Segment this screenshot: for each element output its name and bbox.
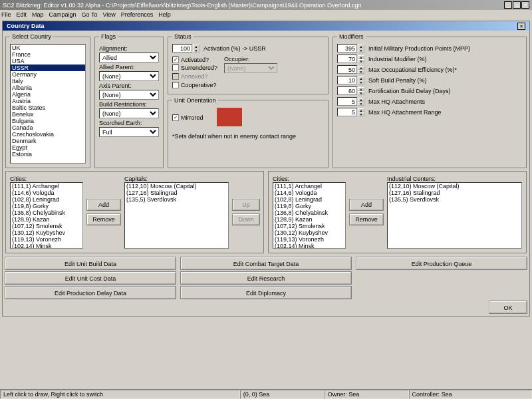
edit-diplomacy-button[interactable]: Edit Diplomacy [181, 287, 351, 299]
spin-down-icon[interactable]: ▼ [193, 49, 200, 53]
edit-unit-build-data-button[interactable]: Edit Unit Build Data [5, 257, 176, 269]
edit-production-delay-data-button[interactable]: Edit Production Delay Data [5, 287, 176, 299]
list-item[interactable]: (127,16) Stalingrad [388, 190, 521, 196]
list-item[interactable]: Denmark [11, 138, 85, 144]
menu-edit[interactable]: Edit [17, 11, 27, 18]
allied-parent-select[interactable]: (None) [99, 71, 159, 81]
list-item[interactable]: Albania [11, 84, 85, 91]
menu-campaign[interactable]: Campaign [49, 11, 76, 18]
list-item[interactable]: (128,9) Kazan [11, 216, 82, 223]
add-capital-button[interactable]: Add [87, 200, 120, 210]
add-industrial-button[interactable]: Add [350, 200, 383, 210]
occupier-select: (None) [224, 63, 277, 73]
list-item[interactable]: (136,8) Chelyabinsk [11, 209, 82, 216]
cities2-listbox[interactable]: (111,1) Archangel(114,6) Vologda(102,8) … [273, 182, 346, 249]
hq-label: Max HQ Attachments [368, 98, 425, 105]
list-item[interactable]: (130,12) Kuybyshev [11, 229, 82, 236]
list-item[interactable]: Bulgaria [11, 118, 85, 124]
list-item[interactable]: France [11, 51, 85, 58]
list-item[interactable]: (119,13) Voronezh [273, 236, 345, 243]
list-item[interactable]: (127,16) Stalingrad [125, 190, 228, 196]
edit-research-button[interactable]: Edit Research [181, 272, 351, 284]
list-item[interactable]: (119,13) Voronezh [11, 236, 82, 243]
list-item[interactable]: Canada [11, 124, 85, 131]
close-icon[interactable]: × [521, 1, 529, 9]
remove-industrial-button[interactable]: Remove [350, 214, 383, 225]
occ-input[interactable] [337, 65, 357, 74]
list-item[interactable]: (111,1) Archangel [11, 183, 82, 190]
list-item[interactable]: (107,12) Smolensk [11, 223, 82, 229]
list-item[interactable]: USSR [11, 65, 85, 71]
mpp-input[interactable] [337, 44, 357, 53]
menu-view[interactable]: View [102, 11, 115, 18]
list-item[interactable]: Baltic States [11, 104, 85, 111]
list-item[interactable]: (114,6) Vologda [273, 190, 345, 196]
list-item[interactable]: Estonia [11, 151, 85, 158]
surrendered-checkbox[interactable] [172, 65, 179, 71]
mirrored-checkbox[interactable]: ✓ [172, 114, 179, 121]
list-item[interactable]: (114,6) Vologda [11, 190, 82, 196]
axis-parent-select[interactable]: (None) [99, 90, 159, 100]
ok-button[interactable]: OK [489, 301, 527, 313]
menu-goto[interactable]: Go To [82, 11, 98, 18]
soft-input[interactable] [337, 76, 357, 84]
list-item[interactable]: (119,8) Gorky [11, 203, 82, 209]
build-restrictions-label: Build Restrictions: [99, 101, 159, 108]
industrial-listbox[interactable]: (112,10) Moscow (Capital)(127,16) Stalin… [387, 182, 522, 249]
hqr-input[interactable] [337, 108, 357, 116]
hq-input[interactable] [337, 97, 357, 106]
list-item[interactable]: USA [11, 58, 85, 65]
list-item[interactable]: (119,8) Gorky [273, 203, 345, 209]
edit-unit-cost-data-button[interactable]: Edit Unit Cost Data [5, 272, 176, 284]
list-item[interactable]: Italy [11, 78, 85, 84]
country-listbox[interactable]: UKFranceUSAUSSRGermanyItalyAlbaniaAlgeri… [10, 44, 86, 164]
maximize-icon[interactable]: ▭ [513, 1, 521, 9]
list-item[interactable]: (111,1) Archangel [273, 183, 345, 190]
edit-combat-target-data-button[interactable]: Edit Combat Target Data [181, 257, 351, 269]
list-item[interactable]: (130,12) Kuybyshev [273, 229, 345, 236]
alignment-select[interactable]: Allied [99, 53, 159, 63]
menu-file[interactable]: File [1, 11, 11, 18]
scorched-earth-select[interactable]: Full [99, 127, 159, 137]
orientation-note: *Sets default when not in enemy contact … [172, 133, 324, 140]
edit-production-queue-button[interactable]: Edit Production Queue [356, 257, 527, 269]
down-button: Down [233, 214, 259, 225]
list-item[interactable]: (102,14) Minsk [273, 243, 345, 249]
list-item[interactable]: (136,8) Chelyabinsk [273, 209, 345, 216]
minimize-icon[interactable]: _ [504, 1, 512, 9]
list-item[interactable]: Germany [11, 71, 85, 78]
list-item[interactable]: (135,5) Sverdlovsk [125, 196, 228, 203]
list-item[interactable]: (112,10) Moscow (Capital) [125, 183, 228, 190]
build-restrictions-select[interactable]: (None) [99, 108, 159, 118]
list-item[interactable]: Czechoslovakia [11, 131, 85, 138]
list-item[interactable]: (107,12) Smolensk [273, 223, 345, 229]
fort-label: Fortification Build Delay (Days) [368, 88, 451, 94]
cooperative-checkbox[interactable] [172, 82, 179, 88]
list-item[interactable]: (112,10) Moscow (Capital) [388, 183, 521, 190]
list-item[interactable]: Egypt [11, 144, 85, 151]
menu-help[interactable]: Help [158, 11, 171, 18]
list-item[interactable]: (102,14) Minsk [11, 243, 82, 249]
ind-label: Industrial Modifier (%) [368, 56, 427, 63]
occupier-label: Occupier: [224, 56, 277, 63]
dialog-close-icon[interactable]: × [517, 23, 525, 30]
list-item[interactable]: Algeria [11, 91, 85, 98]
activated-checkbox[interactable]: ✓ [172, 57, 179, 63]
menu-preferences[interactable]: Preferences [121, 11, 154, 18]
list-item[interactable]: (128,9) Kazan [273, 216, 345, 223]
list-item[interactable]: (102,8) Leningrad [11, 196, 82, 203]
list-item[interactable]: Benelux [11, 111, 85, 118]
capitals-listbox[interactable]: (112,10) Moscow (Capital)(127,16) Stalin… [124, 182, 229, 249]
alignment-label: Alignment: [99, 45, 159, 52]
unit-orientation-legend: Unit Orientation [172, 97, 218, 104]
cities-listbox[interactable]: (111,1) Archangel(114,6) Vologda(102,8) … [10, 182, 83, 249]
menu-map[interactable]: Map [32, 11, 44, 18]
activation-input[interactable] [172, 44, 192, 53]
remove-capital-button[interactable]: Remove [87, 214, 120, 225]
list-item[interactable]: (135,5) Sverdlovsk [388, 196, 521, 203]
ind-input[interactable] [337, 55, 357, 63]
list-item[interactable]: (102,8) Leningrad [273, 196, 345, 203]
fort-input[interactable] [337, 86, 357, 95]
list-item[interactable]: UK [11, 45, 85, 51]
list-item[interactable]: Austria [11, 98, 85, 104]
